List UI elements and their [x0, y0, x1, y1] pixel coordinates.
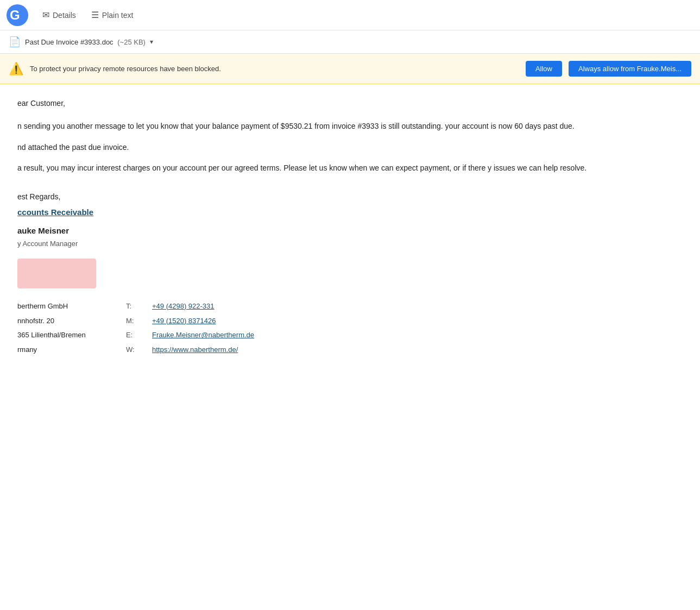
signature-section: est Regards, ccounts Receivable auke Mei…: [17, 191, 683, 357]
email-paragraph-3: a result, you may incur interest charges…: [17, 162, 683, 174]
allow-button[interactable]: Allow: [526, 61, 562, 77]
website-link[interactable]: https://www.nabertherm.de/: [152, 345, 238, 354]
svg-text:G: G: [10, 8, 20, 22]
city-row: 365 Lilienthal/Bremen E: Frauke.Meisner@…: [17, 328, 254, 343]
attachment-dropdown-icon[interactable]: ▾: [150, 38, 153, 46]
mail-icon: ✉: [42, 10, 49, 20]
accounts-receivable-link[interactable]: ccounts Receivable: [17, 207, 93, 217]
company-row: bertherm GmbH T: +49 (4298) 922-331: [17, 299, 254, 314]
company-logo: [17, 259, 96, 288]
contact-table: bertherm GmbH T: +49 (4298) 922-331 nnho…: [17, 299, 254, 357]
warning-icon: ⚠️: [9, 62, 23, 76]
details-label: Details: [53, 11, 76, 20]
menu-icon: ☰: [91, 10, 99, 20]
email-greeting: ear Customer,: [17, 97, 683, 109]
address-street: nnhofstr. 20: [17, 314, 126, 329]
email-paragraph-2: nd attached the past due invoice.: [17, 141, 683, 153]
e-value: Frauke.Meisner@nabertherm.de: [148, 328, 254, 343]
phone-link[interactable]: +49 (4298) 922-331: [152, 302, 215, 310]
m-label: M:: [126, 314, 148, 329]
plain-text-label: Plain text: [102, 11, 134, 20]
header-toolbar: G ✉ Details ☰ Plain text: [0, 0, 700, 30]
t-label: T:: [126, 299, 148, 314]
app-logo: G: [7, 4, 28, 26]
email-link[interactable]: Frauke.Meisner@nabertherm.de: [152, 331, 254, 339]
country-row: rmany W: https://www.nabertherm.de/: [17, 343, 254, 357]
always-allow-button[interactable]: Always allow from Frauke.Meis...: [569, 61, 691, 77]
address-city: 365 Lilienthal/Bremen: [17, 328, 126, 343]
w-value: https://www.nabertherm.de/: [148, 343, 254, 357]
privacy-banner: ⚠️ To protect your privacy remote resour…: [0, 54, 700, 84]
t-value: +49 (4298) 922-331: [148, 299, 254, 314]
details-nav-item[interactable]: ✉ Details: [37, 7, 81, 23]
best-regards: est Regards,: [17, 191, 683, 203]
header-nav: ✉ Details ☰ Plain text: [37, 7, 138, 23]
attachment-name: Past Due Invoice #3933.doc (~25 KB): [25, 38, 146, 46]
company-name: bertherm GmbH: [17, 299, 126, 314]
street-row: nnhofstr. 20 M: +49 (1520) 8371426: [17, 314, 254, 329]
email-body: ear Customer, n sending you another mess…: [0, 84, 700, 379]
attachment-doc-icon: 📄: [9, 36, 21, 48]
w-label: W:: [126, 343, 148, 357]
mobile-link[interactable]: +49 (1520) 8371426: [152, 317, 216, 325]
email-paragraph-1: n sending you another message to let you…: [17, 120, 683, 132]
privacy-banner-text: To protect your privacy remote resources…: [30, 65, 519, 73]
e-label: E:: [126, 328, 148, 343]
address-country: rmany: [17, 343, 126, 357]
sender-name: auke Meisner: [17, 224, 683, 237]
sender-title: y Account Manager: [17, 238, 683, 250]
m-value: +49 (1520) 8371426: [148, 314, 254, 329]
plain-text-nav-item[interactable]: ☰ Plain text: [86, 7, 139, 23]
attachment-bar: 📄 Past Due Invoice #3933.doc (~25 KB) ▾: [0, 30, 700, 54]
